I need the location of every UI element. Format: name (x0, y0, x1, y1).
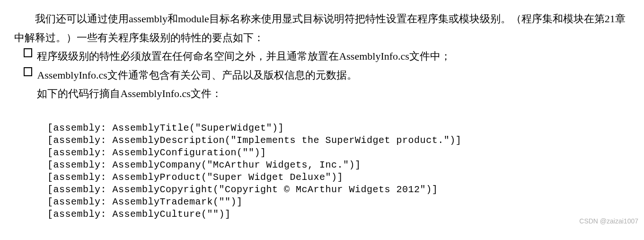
code-line: [assembly: AssemblyConfiguration("")] (47, 147, 266, 158)
code-line: [assembly: AssemblyDescription("Implemen… (47, 135, 461, 146)
square-bullet-icon (24, 67, 33, 76)
code-line: [assembly: AssemblyCulture("")] (47, 209, 231, 220)
bullet-item-1: 程序级级别的特性必须放置在任何命名空间之外，并且通常放置在AssemblyInf… (37, 47, 630, 66)
code-block: [assembly: AssemblyTitle("SuperWidget")]… (14, 110, 630, 221)
bullet-list: 程序级级别的特性必须放置在任何命名空间之外，并且通常放置在AssemblyInf… (14, 47, 630, 84)
bullet-item-2: AssemblyInfo.cs文件通常包含有关公司、产品以及版权信息的元数据。 (37, 66, 630, 85)
intro-paragraph: 我们还可以通过使用assembly和module目标名称来使用显式目标说明符把特… (14, 9, 630, 47)
code-line: [assembly: AssemblyProduct("Super Widget… (47, 172, 343, 183)
square-bullet-icon (24, 48, 33, 57)
code-line: [assembly: AssemblyCopyright("Copyright … (47, 184, 438, 195)
bullet-text: AssemblyInfo.cs文件通常包含有关公司、产品以及版权信息的元数据。 (37, 69, 357, 81)
code-intro-paragraph: 如下的代码行摘自AssemblyInfo.cs文件： (14, 84, 630, 103)
code-line: [assembly: AssemblyTrademark("")] (47, 196, 243, 207)
watermark: CSDN @zaizai1007 (579, 215, 638, 227)
bullet-text: 程序级级别的特性必须放置在任何命名空间之外，并且通常放置在AssemblyInf… (37, 50, 450, 62)
code-line: [assembly: AssemblyCompany("McArthur Wid… (47, 160, 361, 170)
code-line: [assembly: AssemblyTitle("SuperWidget")] (47, 123, 284, 133)
